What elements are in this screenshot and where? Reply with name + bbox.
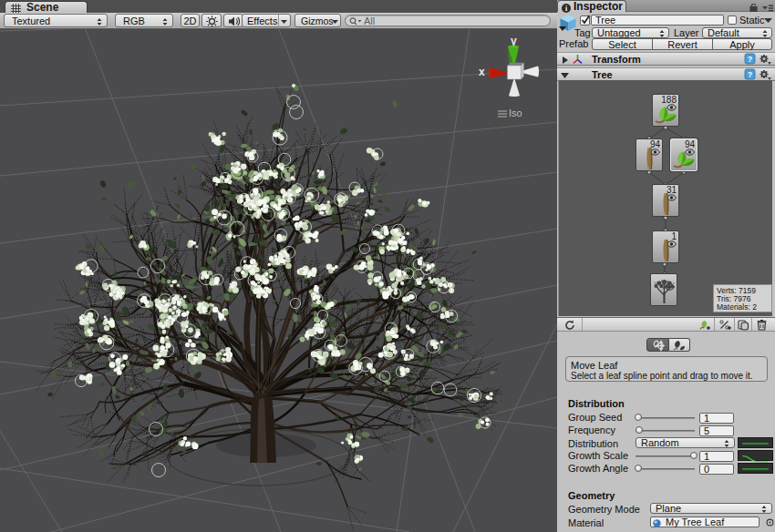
svg-text:y: y [511,35,517,47]
svg-text:x: x [479,66,485,78]
svg-text:?: ? [748,70,753,79]
svg-text:?: ? [748,55,753,64]
